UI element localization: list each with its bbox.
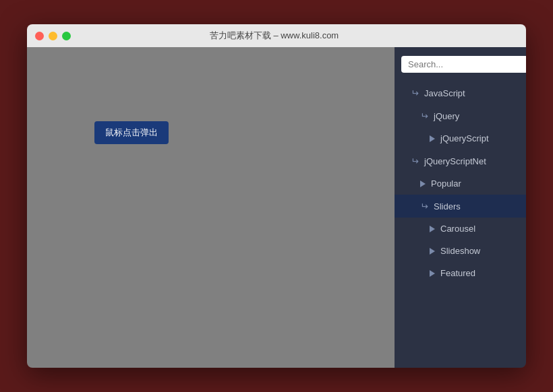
sidebar-item-label: Featured [440, 268, 475, 278]
sidebar-item-label: Slideshow [440, 246, 480, 256]
sidebar-item-jqueryscriptnet[interactable]: ↵ jQueryScriptNet [395, 150, 526, 172]
search-bar [395, 47, 526, 81]
main-area: 鼠标点击弹出 [27, 47, 395, 368]
return-icon: ↵ [411, 156, 419, 166]
sidebar-item-slideshow[interactable]: Slideshow [395, 240, 526, 262]
sidebar-item-jqueryscript[interactable]: jQueryScript [395, 127, 526, 150]
sidebar-item-featured[interactable]: Featured [395, 262, 526, 284]
play-icon [430, 270, 435, 277]
play-icon [430, 226, 435, 232]
sidebar-item-sliders[interactable]: ↵ Sliders [395, 195, 526, 218]
sidebar-item-carousel[interactable]: Carousel [395, 218, 526, 240]
sidebar-item-label: jQueryScript [440, 133, 489, 143]
titlebar: 苦力吧素材下载 – www.kuli8.com [27, 24, 526, 47]
sidebar-item-label: jQueryScriptNet [424, 156, 486, 166]
content-area: 鼠标点击弹出 ↵ JavaScript [27, 47, 526, 368]
sidebar-item-javascript[interactable]: ↵ JavaScript [395, 81, 526, 104]
sidebar-item-jquery[interactable]: ↵ jQuery [395, 104, 526, 127]
sidebar-item-label: JavaScript [424, 88, 465, 98]
popup-button[interactable]: 鼠标点击弹出 [94, 121, 169, 144]
search-input[interactable] [401, 56, 526, 73]
sidebar-item-label: Carousel [440, 224, 475, 234]
sidebar-item-label: jQuery [434, 111, 459, 121]
sidebar-item-label: Sliders [434, 201, 461, 211]
app-window: 苦力吧素材下载 – www.kuli8.com 鼠标点击弹出 [27, 24, 526, 368]
sidebar-item-popular[interactable]: Popular [395, 172, 526, 195]
play-icon [430, 248, 435, 255]
return-icon: ↵ [411, 88, 419, 98]
nav-list: ↵ JavaScript ↵ jQuery jQueryScript ↵ jQu… [395, 81, 526, 284]
return-icon: ↵ [420, 110, 428, 121]
play-icon [420, 181, 426, 187]
sidebar-item-label: Popular [431, 178, 461, 189]
window-title: 苦力吧素材下载 – www.kuli8.com [30, 30, 518, 42]
return-icon: ↵ [420, 201, 428, 211]
play-icon [430, 135, 435, 142]
sidebar: ↵ JavaScript ↵ jQuery jQueryScript ↵ jQu… [395, 47, 526, 368]
